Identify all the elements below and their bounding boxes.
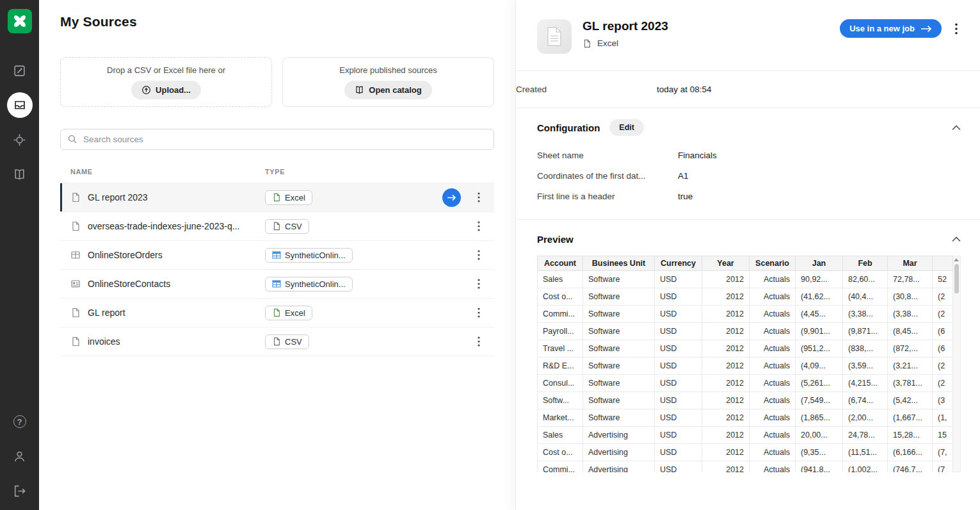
page-title: My Sources xyxy=(60,14,494,29)
source-name: OnlineStoreContacts xyxy=(88,279,170,289)
file-icon xyxy=(70,192,81,202)
row-menu-button[interactable] xyxy=(470,333,488,350)
list-item[interactable]: overseas-trade-indexes-june-2023-q... CS… xyxy=(60,212,494,241)
preview-col-header: Mar xyxy=(888,256,933,271)
search-bar xyxy=(60,129,494,150)
preview-row: SalesSoftwareUSD2012Actuals90,92...82,60… xyxy=(538,271,953,288)
preview-row: Commi...SoftwareUSD2012Actuals(4,45...(3… xyxy=(538,306,953,323)
preview-scrollbar[interactable] xyxy=(953,256,961,472)
preview-section: Preview Account Businees Unit Currency Y… xyxy=(516,220,980,472)
jobs-icon[interactable] xyxy=(12,63,28,78)
preview-row: Cost o...AdvertisingUSD2012Actuals(9,35.… xyxy=(538,444,953,461)
row-menu-button[interactable] xyxy=(470,188,488,206)
list-item[interactable]: OnlineStoreContacts SyntheticOnlin... xyxy=(60,270,494,299)
configuration-section: Configuration Edit Sheet name Financials… xyxy=(516,108,980,206)
catalog-box: Explore published sources Open catalog xyxy=(282,57,494,107)
logout-icon[interactable] xyxy=(12,483,28,498)
preview-row: Softw...SoftwareUSD2012Actuals(7,549...(… xyxy=(538,392,953,409)
preview-row: Payroll...SoftwareUSD2012Actuals(9,901..… xyxy=(538,323,953,340)
kebab-icon xyxy=(478,250,480,260)
use-in-new-job-button[interactable]: Use in a new job xyxy=(840,19,942,38)
detail-header: GL report 2023 Excel Use in a new job xyxy=(516,0,980,54)
sidebar: ? xyxy=(0,0,39,510)
preview-col-header: Account xyxy=(538,256,583,271)
detail-type-label: Excel xyxy=(597,38,618,48)
config-field-label: Sheet name xyxy=(537,151,678,160)
type-badge-label: Excel xyxy=(285,308,305,318)
preview-row: Cost o...SoftwareUSD2012Actuals(41,62...… xyxy=(538,288,953,306)
edit-configuration-button[interactable]: Edit xyxy=(609,119,644,136)
type-badge-label: CSV xyxy=(285,222,302,231)
config-field: Coordinates of the first dat... A1 xyxy=(537,165,965,186)
open-catalog-button[interactable]: Open catalog xyxy=(344,81,431,99)
config-field-label: Coordinates of the first dat... xyxy=(537,171,678,181)
collapse-configuration-button[interactable] xyxy=(948,119,965,136)
config-field-value: A1 xyxy=(678,171,689,181)
preview-row: SalesAdvertisingUSD2012Actuals20,00...24… xyxy=(538,427,953,444)
file-icon xyxy=(70,336,81,347)
collapse-preview-button[interactable] xyxy=(948,231,965,247)
list-item[interactable]: GL report 2023 Excel xyxy=(60,183,494,212)
row-menu-button[interactable] xyxy=(470,275,488,293)
source-file-icon xyxy=(537,19,572,54)
preview-col-header: Scenario xyxy=(750,256,796,271)
catalog-box-text: Explore published sources xyxy=(339,65,437,75)
preview-col-header: Feb xyxy=(843,256,888,271)
list-item[interactable]: GL report Excel xyxy=(60,299,494,327)
help-glyph: ? xyxy=(13,415,26,428)
open-source-arrow-button[interactable] xyxy=(442,188,461,207)
created-label: Created xyxy=(516,85,657,94)
brand-logo[interactable] xyxy=(8,9,32,33)
upload-button[interactable]: Upload... xyxy=(131,81,201,99)
source-name: OnlineStoreOrders xyxy=(88,250,163,260)
account-icon[interactable] xyxy=(12,448,28,464)
type-badge: Excel xyxy=(265,190,312,205)
clover-icon xyxy=(11,12,29,30)
preview-row: Travel ...SoftwareUSD2012Actuals(951,2..… xyxy=(538,340,953,358)
scrollbar-thumb[interactable] xyxy=(954,264,959,293)
search-input[interactable] xyxy=(60,129,494,150)
scrollbar-up-arrow-icon[interactable] xyxy=(954,258,959,261)
preview-row: Consul...SoftwareUSD2012Actuals(5,261...… xyxy=(538,375,953,392)
csv-file-icon xyxy=(272,222,281,231)
file-icon xyxy=(70,308,81,318)
type-badge: CSV xyxy=(265,219,309,234)
excel-file-icon xyxy=(272,193,281,202)
destinations-icon[interactable] xyxy=(12,132,28,147)
help-icon[interactable]: ? xyxy=(12,414,28,429)
preview-col-header xyxy=(933,256,953,271)
csv-file-icon xyxy=(272,337,281,346)
list-item[interactable]: OnlineStoreOrders SyntheticOnlin... xyxy=(60,241,494,270)
chevron-up-icon xyxy=(952,125,961,131)
excel-file-icon xyxy=(272,308,281,317)
list-item[interactable]: invoices CSV xyxy=(60,327,494,356)
detail-title: GL report 2023 xyxy=(582,19,668,33)
table-grid-icon xyxy=(70,250,81,260)
catalog-icon[interactable] xyxy=(12,167,28,182)
upload-arrow-icon xyxy=(141,85,151,95)
created-value: today at 08:54 xyxy=(657,85,712,94)
preview-header-row: Account Businees Unit Currency Year Scen… xyxy=(538,256,953,271)
detail-panel: GL report 2023 Excel Use in a new job Cr… xyxy=(515,0,980,510)
detail-menu-button[interactable] xyxy=(948,21,965,37)
config-field: First line is a header true xyxy=(537,186,965,206)
source-table-header: NAME TYPE xyxy=(60,160,494,183)
arrow-right-icon xyxy=(920,25,932,33)
open-catalog-label: Open catalog xyxy=(369,85,421,95)
config-field-label: First line is a header xyxy=(537,192,678,201)
sidebar-nav xyxy=(7,63,33,182)
preview-row: R&D E...SoftwareUSD2012Actuals(4,09...(3… xyxy=(538,358,953,375)
config-field: Sheet name Financials xyxy=(537,145,965,165)
source-name: GL report 2023 xyxy=(88,192,148,202)
source-name: overseas-trade-indexes-june-2023-q... xyxy=(88,221,239,231)
preview-heading: Preview xyxy=(537,234,574,245)
type-badge-label: Excel xyxy=(285,193,305,202)
row-menu-button[interactable] xyxy=(470,246,488,264)
sources-icon[interactable] xyxy=(7,92,33,118)
row-menu-button[interactable] xyxy=(470,304,488,322)
row-menu-button[interactable] xyxy=(470,217,488,235)
excel-file-icon xyxy=(582,39,593,48)
upload-dropzone[interactable]: Drop a CSV or Excel file here or Upload.… xyxy=(60,57,272,107)
column-header-type: TYPE xyxy=(265,168,494,176)
column-header-name: NAME xyxy=(60,168,265,176)
